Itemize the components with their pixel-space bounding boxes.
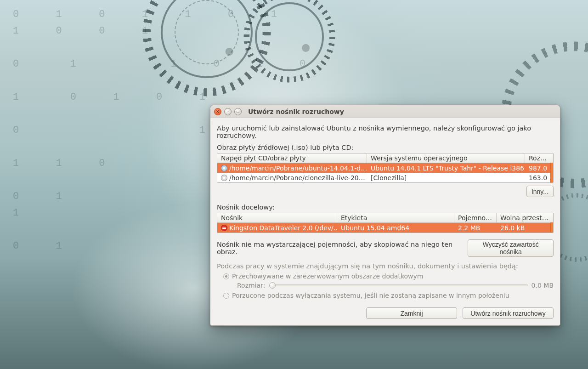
persist-size-label: Rozmiar: (237, 282, 265, 289)
target-device-label: Nośnik docelowy: (217, 204, 554, 211)
radio-persist-discard[interactable] (223, 293, 229, 299)
col-device[interactable]: Nośnik (217, 213, 337, 222)
col-size[interactable]: Rozmiar (525, 153, 553, 163)
target-table: Nośnik Etykieta Pojemność Wolna przestrz… (217, 213, 554, 233)
other-button[interactable]: Inny... (526, 186, 554, 197)
intro-text: Aby uruchomić lub zainstalować Ubuntu z … (217, 125, 554, 139)
decor-ring (243, 0, 335, 83)
decor-ring (142, 0, 271, 97)
maximize-icon[interactable]: ▫ (234, 108, 242, 115)
radio-persist-stored[interactable] (223, 273, 229, 279)
window-title: Utwórz nośnik rozruchowy (248, 108, 344, 115)
table-row[interactable]: /home/marcin/Pobrane/clonezilla-live-20…… (217, 173, 553, 182)
persist-option-a-label: Przechowywane w zarezerwowanym obszarze … (232, 272, 423, 280)
create-button[interactable]: Utwórz nośnik rozruchowy (463, 307, 554, 319)
erase-button[interactable]: Wyczyść zawartość nośnika (468, 239, 554, 257)
col-label[interactable]: Etykieta (337, 213, 454, 222)
no-entry-icon (221, 225, 227, 231)
persist-option-b-label: Porzucone podczas wyłączania systemu, je… (232, 292, 509, 299)
col-drive[interactable]: Napęd płyt CD/obraz płyty (217, 153, 367, 163)
table-row[interactable]: Kingston DataTraveler 2.0 (/dev/… Ubuntu… (217, 223, 553, 233)
source-image-label: Obraz płyty źródłowej (.iso) lub płyta C… (217, 144, 554, 151)
persist-size-slider[interactable] (269, 284, 527, 286)
close-button[interactable]: Zamknij (366, 307, 457, 319)
startup-disk-creator-window: × – ▫ Utwórz nośnik rozruchowy Aby uruch… (210, 105, 560, 326)
slider-thumb[interactable] (269, 282, 276, 289)
close-icon[interactable]: × (214, 108, 221, 115)
col-os[interactable]: Wersja systemu operacyjnego (367, 153, 525, 163)
persistence-block: Podczas pracy w systemie znajdującym się… (217, 262, 554, 299)
capacity-warning: Nośnik nie ma wystarczającej pojemności,… (217, 241, 461, 255)
minimize-icon[interactable]: – (224, 108, 232, 115)
persist-size-value: 0.0 MB (531, 282, 554, 289)
decor-ring (161, 0, 253, 78)
col-capacity[interactable]: Pojemność (454, 213, 497, 222)
titlebar[interactable]: × – ▫ Utwórz nośnik rozruchowy (210, 105, 560, 118)
source-table: Napęd płyt CD/obraz płyty Wersja systemu… (217, 153, 554, 183)
desktop-wallpaper: × – ▫ Utwórz nośnik rozruchowy Aby uruch… (0, 0, 588, 369)
decor-ring (255, 2, 324, 71)
col-free[interactable]: Wolna przestrzeń (497, 213, 553, 222)
disc-icon (221, 165, 227, 171)
scrollbar[interactable] (550, 222, 553, 233)
disc-icon (221, 175, 227, 181)
scrollbar[interactable] (550, 163, 553, 182)
persistence-intro: Podczas pracy w systemie znajdującym się… (217, 262, 554, 270)
table-row[interactable]: /home/marcin/Pobrane/ubuntu-14.04.1-d… U… (217, 163, 553, 173)
decor-ring (175, 0, 239, 64)
